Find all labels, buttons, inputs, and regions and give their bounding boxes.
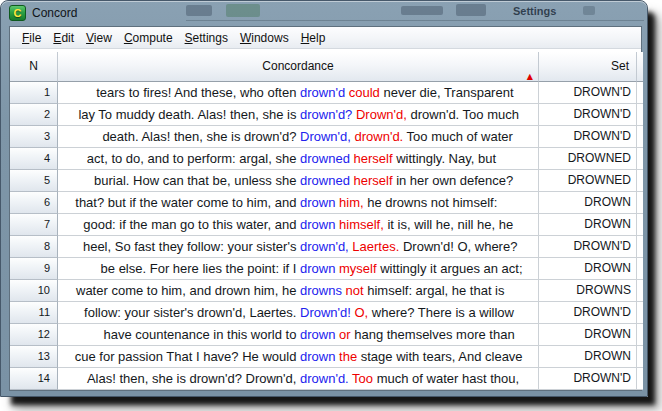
row-number-cell[interactable]: 13 <box>10 346 58 368</box>
menu-edit[interactable]: Edit <box>47 29 80 47</box>
context-left: lay To muddy death. Alas! then, she is <box>58 104 300 125</box>
row-number-cell[interactable]: 9 <box>10 258 58 280</box>
filler-cell <box>637 170 643 192</box>
concordance-cell[interactable]: Alas! then, she is drown'd? Drown'd, dro… <box>58 368 539 390</box>
row-number-cell[interactable]: 3 <box>10 126 58 148</box>
set-cell[interactable]: DROWN'D <box>539 104 637 126</box>
set-cell[interactable]: DROWNS <box>539 280 637 302</box>
row-number-cell[interactable]: 5 <box>10 170 58 192</box>
collocate: or <box>335 327 350 342</box>
menu-compute[interactable]: Compute <box>118 29 179 47</box>
keyword: drown <box>300 327 335 342</box>
ghost-window-artifact <box>583 6 595 15</box>
filler-cell <box>637 148 643 170</box>
table-row[interactable]: 4 act, to do, and to perform: argal, she… <box>10 148 643 170</box>
client-area: File Edit View Compute Settings Windows … <box>9 26 642 391</box>
set-cell[interactable]: DROWN'D <box>539 236 637 258</box>
menu-view[interactable]: View <box>80 29 118 47</box>
concordance-cell[interactable]: heel, So fast they follow: your sister's… <box>58 236 539 258</box>
table-row[interactable]: 13 cue for passion That I have? He would… <box>10 346 643 368</box>
keyword: drown <box>300 349 335 364</box>
menu-file[interactable]: File <box>16 29 47 47</box>
row-number-cell[interactable]: 14 <box>10 368 58 390</box>
menu-help[interactable]: Help <box>295 29 332 47</box>
set-cell[interactable]: DROWN <box>539 258 637 280</box>
context-left: death. Alas! then, she is drown'd? <box>58 126 300 147</box>
table-row[interactable]: 6 that? but if the water come to him, an… <box>10 192 643 214</box>
context-left: have countenance in this world to <box>58 324 300 345</box>
row-number-cell[interactable]: 8 <box>10 236 58 258</box>
table-row[interactable]: 7 good: if the man go to this water, and… <box>10 214 643 236</box>
menu-settings[interactable]: Settings <box>179 29 234 47</box>
concordance-cell[interactable]: water come to him, and drown him, he dro… <box>58 280 539 302</box>
table-row[interactable]: 14 Alas! then, she is drown'd? Drown'd, … <box>10 368 643 390</box>
context-left: follow: your sister's drown'd, Laertes. <box>58 302 300 323</box>
row-number-cell[interactable]: 1 <box>10 82 58 104</box>
keyword: drown'd? <box>300 107 352 122</box>
ghost-window-artifact <box>226 4 260 17</box>
table-row[interactable]: 8 heel, So fast they follow: your sister… <box>10 236 643 258</box>
row-number-cell[interactable]: 12 <box>10 324 58 346</box>
concordance-cell[interactable]: have countenance in this world to drown … <box>58 324 539 346</box>
set-cell[interactable]: DROWN <box>539 324 637 346</box>
collocate: myself <box>335 261 376 276</box>
set-cell[interactable]: DROWN'D <box>539 368 637 390</box>
context-left: act, to do, and to perform: argal, she <box>58 148 300 169</box>
table-row[interactable]: 12 have countenance in this world to dro… <box>10 324 643 346</box>
table-row[interactable]: 5 burial. How can that be, unless she dr… <box>10 170 643 192</box>
row-number-cell[interactable]: 4 <box>10 148 58 170</box>
menu-windows[interactable]: Windows <box>234 29 295 47</box>
header-set[interactable]: Set <box>539 52 637 82</box>
keyword: drown'd <box>300 85 345 100</box>
row-number-cell[interactable]: 7 <box>10 214 58 236</box>
header-concordance[interactable]: Concordance ▲ <box>58 52 539 82</box>
collocate: him, <box>335 195 363 210</box>
menu-bar: File Edit View Compute Settings Windows … <box>10 27 641 49</box>
ghost-window-artifact <box>401 6 443 15</box>
concordance-cell[interactable]: lay To muddy death. Alas! then, she is d… <box>58 104 539 126</box>
concordance-cell[interactable]: good: if the man go to this water, and d… <box>58 214 539 236</box>
concordance-cell[interactable]: be else. For here lies the point: if I d… <box>58 258 539 280</box>
table-row[interactable]: 10 water come to him, and drown him, he … <box>10 280 643 302</box>
concordance-cell[interactable]: burial. How can that be, unless she drow… <box>58 170 539 192</box>
table-row[interactable]: 2 lay To muddy death. Alas! then, she is… <box>10 104 643 126</box>
concordance-cell[interactable]: act, to do, and to perform: argal, she d… <box>58 148 539 170</box>
row-number-cell[interactable]: 2 <box>10 104 58 126</box>
context-left: Alas! then, she is drown'd? Drown'd, <box>58 368 300 389</box>
set-cell[interactable]: DROWN <box>539 192 637 214</box>
set-cell[interactable]: DROWN'D <box>539 302 637 324</box>
filler-cell <box>637 82 643 104</box>
collocate: not <box>342 283 364 298</box>
context-right: where? There is a willow <box>368 305 514 320</box>
context-right: hang themselves more than <box>351 327 515 342</box>
row-number-cell[interactable]: 10 <box>10 280 58 302</box>
row-number-cell[interactable]: 11 <box>10 302 58 324</box>
header-n[interactable]: N <box>10 52 58 82</box>
filler-cell <box>637 324 643 346</box>
table-row[interactable]: 1 tears to fires! And these, who often d… <box>10 82 643 104</box>
concordance-cell[interactable]: death. Alas! then, she is drown'd? Drown… <box>58 126 539 148</box>
concordance-cell[interactable]: that? but if the water come to him, and … <box>58 192 539 214</box>
ghost-window-artifact <box>456 4 486 16</box>
keyword: Drown'd, <box>300 129 351 144</box>
set-cell[interactable]: DROWN'D <box>539 126 637 148</box>
concordance-cell[interactable]: tears to fires! And these, who often dro… <box>58 82 539 104</box>
row-number-cell[interactable]: 6 <box>10 192 58 214</box>
collocate: Too <box>349 371 373 386</box>
table-row[interactable]: 11 follow: your sister's drown'd, Laerte… <box>10 302 643 324</box>
set-cell[interactable]: DROWNED <box>539 148 637 170</box>
context-left: cue for passion That I have? He would <box>58 346 300 367</box>
filler-cell <box>637 368 643 390</box>
concordance-cell[interactable]: cue for passion That I have? He would dr… <box>58 346 539 368</box>
table-row[interactable]: 3 death. Alas! then, she is drown'd? Dro… <box>10 126 643 148</box>
title-bar[interactable]: Settings C Concord <box>1 1 647 26</box>
context-right: drown'd. Too much <box>407 107 519 122</box>
table-row[interactable]: 9 be else. For here lies the point: if I… <box>10 258 643 280</box>
collocate: drown'd. <box>351 129 403 144</box>
set-cell[interactable]: DROWNED <box>539 170 637 192</box>
set-cell[interactable]: DROWN'D <box>539 82 637 104</box>
set-cell[interactable]: DROWN <box>539 214 637 236</box>
set-cell[interactable]: DROWN <box>539 346 637 368</box>
concordance-cell[interactable]: follow: your sister's drown'd, Laertes. … <box>58 302 539 324</box>
filler-cell <box>637 126 643 148</box>
